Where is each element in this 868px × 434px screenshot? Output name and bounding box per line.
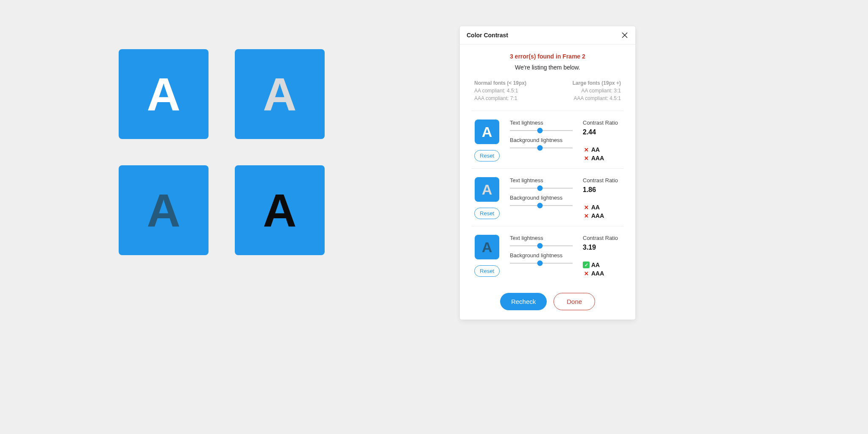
swatch-2[interactable]: A bbox=[235, 49, 325, 139]
bg-lightness-slider[interactable] bbox=[510, 205, 573, 206]
close-icon bbox=[621, 32, 628, 39]
contrast-ratio-label: Contrast Ratio bbox=[583, 120, 628, 126]
swatch-glyph: A bbox=[482, 240, 492, 254]
swatch-3[interactable]: A bbox=[119, 165, 209, 255]
fail-icon bbox=[583, 146, 590, 153]
compliance-line: AA compliant: 4.5:1 bbox=[474, 87, 526, 95]
error-swatch: A bbox=[475, 120, 499, 144]
error-item-1: A Reset Text lightness Background lightn… bbox=[472, 111, 623, 168]
fail-icon bbox=[583, 212, 590, 219]
aa-text: AA bbox=[591, 146, 600, 153]
aaa-badge: AAA bbox=[583, 270, 628, 277]
recheck-button[interactable]: Recheck bbox=[500, 293, 547, 310]
compliance-info: Normal fonts (< 19px) AA compliant: 4.5:… bbox=[472, 79, 623, 111]
swatch-1[interactable]: A bbox=[119, 49, 209, 139]
panel-body: 3 error(s) found in Frame 2 We're listin… bbox=[460, 45, 635, 287]
error-item-3: A Reset Text lightness Background lightn… bbox=[472, 226, 623, 284]
bg-lightness-slider[interactable] bbox=[510, 263, 573, 264]
aaa-text: AAA bbox=[591, 212, 604, 219]
aaa-text: AAA bbox=[591, 270, 604, 277]
contrast-ratio-value: 1.86 bbox=[583, 186, 628, 194]
close-button[interactable] bbox=[621, 31, 629, 39]
compliance-line: AA compliant: 3:1 bbox=[573, 87, 621, 95]
bg-lightness-label: Background lightness bbox=[510, 195, 573, 201]
text-lightness-label: Text lightness bbox=[510, 235, 573, 241]
contrast-ratio-value: 3.19 bbox=[583, 244, 628, 251]
error-item-2: A Reset Text lightness Background lightn… bbox=[472, 168, 623, 226]
error-swatch: A bbox=[475, 235, 499, 259]
slider-thumb[interactable] bbox=[537, 243, 543, 249]
slider-thumb[interactable] bbox=[537, 186, 543, 191]
done-button[interactable]: Done bbox=[554, 293, 595, 310]
aa-text: AA bbox=[591, 262, 600, 268]
bg-lightness-slider[interactable] bbox=[510, 147, 573, 148]
fail-icon bbox=[583, 155, 590, 161]
aa-badge: AA bbox=[583, 204, 628, 211]
panel-header: Color Contrast bbox=[460, 26, 635, 45]
swatch-glyph: A bbox=[263, 187, 296, 234]
reset-button[interactable]: Reset bbox=[474, 150, 500, 161]
bg-lightness-label: Background lightness bbox=[510, 252, 573, 259]
error-swatch: A bbox=[475, 177, 499, 202]
panel-title: Color Contrast bbox=[467, 32, 508, 39]
swatch-grid: A A A A bbox=[119, 49, 325, 255]
swatch-4[interactable]: A bbox=[235, 165, 325, 255]
compliance-line: AAA compliant: 4.5:1 bbox=[573, 95, 621, 102]
text-lightness-label: Text lightness bbox=[510, 120, 573, 126]
compliance-heading: Large fonts (19px +) bbox=[573, 79, 621, 87]
swatch-glyph: A bbox=[263, 71, 296, 117]
compliance-heading: Normal fonts (< 19px) bbox=[474, 79, 526, 87]
text-lightness-slider[interactable] bbox=[510, 188, 573, 189]
contrast-ratio-label: Contrast Ratio bbox=[583, 235, 628, 241]
aaa-badge: AAA bbox=[583, 212, 628, 219]
aa-text: AA bbox=[591, 204, 600, 211]
swatch-glyph: A bbox=[482, 125, 492, 139]
reset-button[interactable]: Reset bbox=[474, 208, 500, 219]
aaa-badge: AAA bbox=[583, 155, 628, 161]
swatch-glyph: A bbox=[147, 71, 180, 117]
aaa-text: AAA bbox=[591, 155, 604, 161]
pass-icon bbox=[583, 262, 590, 268]
slider-thumb[interactable] bbox=[537, 145, 543, 151]
error-subheading: We're listing them below. bbox=[472, 64, 623, 71]
fail-icon bbox=[583, 204, 590, 211]
compliance-large: Large fonts (19px +) AA compliant: 3:1 A… bbox=[573, 79, 621, 102]
error-heading: 3 error(s) found in Frame 2 bbox=[472, 53, 623, 60]
aa-badge: AA bbox=[583, 262, 628, 268]
contrast-panel: Color Contrast 3 error(s) found in Frame… bbox=[460, 26, 635, 320]
swatch-glyph: A bbox=[147, 187, 180, 234]
fail-icon bbox=[583, 270, 590, 277]
text-lightness-label: Text lightness bbox=[510, 177, 573, 184]
contrast-ratio-label: Contrast Ratio bbox=[583, 177, 628, 184]
contrast-ratio-value: 2.44 bbox=[583, 128, 628, 136]
bg-lightness-label: Background lightness bbox=[510, 137, 573, 143]
reset-button[interactable]: Reset bbox=[474, 265, 500, 277]
slider-thumb[interactable] bbox=[537, 128, 543, 134]
panel-footer: Recheck Done bbox=[460, 287, 635, 320]
compliance-normal: Normal fonts (< 19px) AA compliant: 4.5:… bbox=[474, 79, 526, 102]
text-lightness-slider[interactable] bbox=[510, 245, 573, 246]
text-lightness-slider[interactable] bbox=[510, 130, 573, 131]
swatch-glyph: A bbox=[482, 182, 492, 197]
slider-thumb[interactable] bbox=[537, 203, 543, 209]
aa-badge: AA bbox=[583, 146, 628, 153]
slider-thumb[interactable] bbox=[537, 261, 543, 266]
compliance-line: AAA compliant: 7:1 bbox=[474, 95, 526, 102]
